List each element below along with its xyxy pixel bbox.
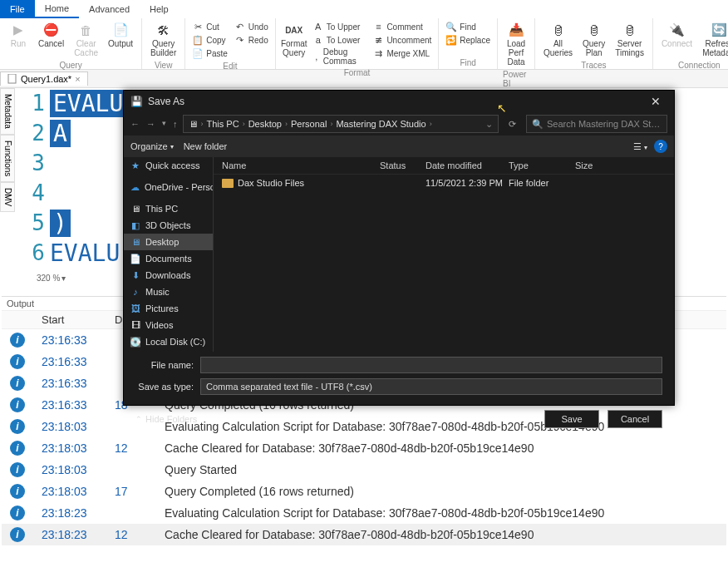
tree-quick-access[interactable]: ★Quick access — [124, 157, 213, 174]
query-builder-button[interactable]: 🛠Query Builder — [147, 20, 180, 59]
close-tab-icon[interactable]: × — [75, 74, 80, 84]
col-date[interactable]: Date modified — [425, 160, 509, 170]
format-query-button[interactable]: DAXFormat Query — [281, 20, 307, 59]
output-col-start[interactable]: Start — [33, 311, 106, 329]
cancel-button[interactable]: ⛔Cancel — [35, 20, 67, 50]
videos-icon: 🎞 — [130, 320, 140, 330]
back-button[interactable]: ← — [130, 119, 140, 129]
load-perf-button[interactable]: 📥Load Perf Data — [503, 20, 529, 68]
info-icon: i — [10, 397, 25, 412]
dialog-title: Save As — [148, 96, 184, 107]
uncomment-button[interactable]: ≢Uncomment — [371, 33, 433, 47]
output-row[interactable]: i23:18:23Evaluating Calculation Script f… — [2, 502, 726, 524]
output-row[interactable]: i23:18:0312Cache Cleared for Database: 3… — [2, 437, 726, 459]
organize-button[interactable]: Organize ▾ — [130, 141, 174, 151]
to-upper-button[interactable]: ATo Upper — [311, 20, 368, 33]
zoom-level[interactable]: 320 %▾ — [37, 274, 66, 283]
tab-home[interactable]: Home — [35, 0, 79, 18]
output-button[interactable]: 📄Output — [105, 20, 136, 50]
redo-button[interactable]: ↷Redo — [233, 33, 270, 47]
new-folder-button[interactable]: New folder — [184, 141, 228, 151]
code-text: A — [50, 120, 71, 147]
line-number: 3 — [15, 150, 50, 175]
run-button[interactable]: ▶Run — [5, 20, 32, 50]
dax-icon: DAX — [286, 22, 303, 38]
line-number: 6 — [15, 240, 50, 265]
info-icon: i — [10, 419, 25, 434]
hide-folders-button[interactable]: ⌃Hide Folders — [135, 414, 197, 424]
query-builder-icon: 🛠 — [155, 22, 172, 38]
refresh-metadata-button[interactable]: 🔄Refresh Metadata — [699, 20, 728, 59]
server-timings-button[interactable]: 🛢Server Timings — [612, 20, 647, 59]
doc-tab-query1[interactable]: Query1.dax* × — [0, 72, 88, 86]
tab-advanced[interactable]: Advanced — [79, 0, 140, 18]
file-row[interactable]: Dax Studio Files 11/5/2021 2:39 PM File … — [214, 175, 674, 191]
debug-commas-button[interactable]: ,Debug Commas — [311, 47, 368, 67]
col-status[interactable]: Status — [380, 160, 425, 170]
info-icon: i — [10, 484, 25, 499]
ribbon-group-view: View — [155, 61, 173, 70]
help-button[interactable]: ? — [654, 140, 667, 153]
clear-cache-button[interactable]: 🗑Clear Cache — [71, 20, 101, 59]
forward-button[interactable]: → — [146, 119, 155, 129]
merge-xml-icon: ⇉ — [372, 47, 384, 59]
desktop-icon: 🖥 — [130, 237, 140, 247]
output-row[interactable]: i23:18:2312Cache Cleared for Database: 3… — [2, 524, 726, 545]
view-button[interactable]: ☰ ▾ — [633, 141, 647, 152]
copy-button[interactable]: 📋Copy — [190, 33, 229, 47]
paste-button[interactable]: 📄Paste — [190, 47, 229, 60]
connect-button[interactable]: 🔌Connect — [658, 20, 696, 50]
filetype-label: Save as type: — [135, 382, 194, 392]
recent-dropdown-icon[interactable]: ▾ — [162, 119, 166, 129]
cut-button[interactable]: ✂Cut — [190, 20, 229, 33]
tree-documents[interactable]: 📄Documents — [124, 250, 213, 267]
filename-input[interactable] — [200, 357, 662, 373]
query-plan-button[interactable]: 🛢Query Plan — [579, 20, 608, 59]
refresh-button[interactable]: ⟳ — [504, 119, 521, 130]
col-name[interactable]: Name — [222, 160, 380, 170]
sidebar-metadata[interactable]: Metadata — [0, 88, 15, 135]
tree-downloads[interactable]: ⬇Downloads — [124, 267, 213, 284]
tree-desktop[interactable]: 🖥Desktop — [124, 234, 213, 250]
to-lower-icon: a — [312, 34, 324, 46]
col-size[interactable]: Size — [575, 160, 593, 170]
col-type[interactable]: Type — [509, 160, 575, 170]
code-text: EVALU — [50, 239, 120, 267]
tree-local-disk[interactable]: 💽Local Disk (C:) — [124, 333, 213, 350]
output-row[interactable]: i23:18:0317Query Completed (16 rows retu… — [2, 481, 726, 502]
replace-button[interactable]: 🔁Replace — [444, 33, 492, 47]
all-queries-button[interactable]: 🛢All Queries — [540, 20, 576, 59]
breadcrumb[interactable]: 🖥› This PC› Desktop› Personal› Mastering… — [183, 115, 499, 133]
to-lower-button[interactable]: aTo Lower — [311, 33, 368, 47]
cube-icon: ◧ — [130, 220, 140, 230]
tree-music[interactable]: ♪Music — [124, 284, 213, 300]
filetype-select[interactable]: Comma separated text file - UTF8 (*.csv) — [200, 378, 662, 395]
file-menu[interactable]: File — [0, 0, 35, 18]
sidebar-functions[interactable]: Functions — [0, 135, 15, 182]
undo-button[interactable]: ↶Undo — [233, 20, 270, 33]
output-row[interactable]: i23:18:03Query Started — [2, 459, 726, 481]
comment-button[interactable]: ≡Comment — [371, 20, 433, 33]
tree-pictures[interactable]: 🖼Pictures — [124, 300, 213, 317]
file-icon — [7, 74, 17, 84]
up-button[interactable]: ↑ — [173, 119, 178, 129]
ribbon-group-edit: Edit — [223, 62, 237, 71]
sidebar-dmv[interactable]: DMV — [0, 182, 15, 212]
info-icon: i — [10, 376, 25, 391]
search-input[interactable]: 🔍 Search Mastering DAX Studio — [526, 115, 667, 133]
tree-this-pc[interactable]: 🖥This PC — [124, 200, 213, 217]
find-button[interactable]: 🔍Find — [444, 20, 492, 33]
cancel-button[interactable]: Cancel — [607, 410, 662, 428]
pc-icon: 🖥 — [189, 119, 198, 129]
code-text: ) — [50, 210, 71, 237]
tree-onedrive[interactable]: ☁OneDrive - Person — [124, 179, 213, 195]
chevron-down-icon[interactable]: ⌄ — [485, 119, 493, 130]
tab-help[interactable]: Help — [140, 0, 179, 18]
folder-icon — [222, 179, 234, 188]
tree-3d-objects[interactable]: ◧3D Objects — [124, 217, 213, 234]
merge-xml-button[interactable]: ⇉Merge XML — [371, 47, 433, 60]
nav-tree: ★Quick access ☁OneDrive - Person 🖥This P… — [124, 157, 214, 352]
save-button[interactable]: Save — [544, 410, 599, 428]
close-button[interactable]: ✕ — [644, 93, 667, 110]
tree-videos[interactable]: 🎞Videos — [124, 317, 213, 333]
